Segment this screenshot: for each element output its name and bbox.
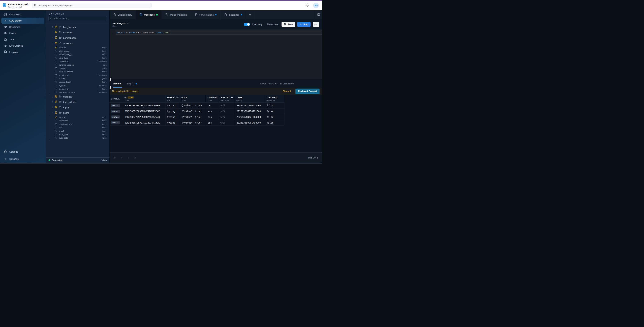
tree-column-updated-at[interactable]: Tupdated_attimestamp <box>50 74 110 77</box>
column-header-thread-id[interactable]: THREAD_IDTEXT <box>166 95 180 103</box>
add-tab-button[interactable] <box>246 11 254 19</box>
table-cell[interactable]: sss <box>206 103 218 109</box>
tree-column-email[interactable]: Temailtext <box>50 129 110 133</box>
tab-conversations[interactable]: conversations <box>191 11 220 19</box>
tree-node-topic-offsets[interactable]: topic_offsets <box>46 100 110 105</box>
table-cell[interactable]: 01KHS807Y9MZESJWN74CB1Z5ZQ <box>123 114 166 120</box>
edit-pencil-icon[interactable] <box>127 21 130 25</box>
table-cell[interactable]: {"value": true} <box>180 103 206 109</box>
tab-results[interactable]: Results <box>113 80 122 88</box>
table-cell[interactable]: 282613021046312960 <box>235 103 265 109</box>
first-page-icon[interactable]: « <box>114 156 116 159</box>
user-avatar[interactable]: AD <box>313 3 319 8</box>
sidebar-item-settings[interactable]: Settings <box>2 149 44 155</box>
discard-button[interactable]: Discard <box>283 90 291 93</box>
tree-column-table-id[interactable]: table_idtext <box>50 46 110 49</box>
column-header--seq[interactable]: _SEQBIGINT <box>235 95 265 103</box>
last-page-icon[interactable]: » <box>134 156 136 159</box>
tree-column-table-comment[interactable]: Ttable_commenttext <box>50 70 110 73</box>
table-cell[interactable]: false <box>265 103 284 109</box>
table-cell[interactable]: sss <box>206 109 218 114</box>
table-cell[interactable]: 282613568981798900 <box>235 120 265 126</box>
table-cell[interactable]: null <box>218 109 235 114</box>
tree-column-username[interactable]: Tusernametext <box>50 119 110 122</box>
table-cell[interactable]: 01KHS807PGQ3RMXVV42W875PXE <box>123 109 166 114</box>
tree-column-is-latest[interactable]: Tis_latestboolean <box>50 84 110 87</box>
tree-column-role[interactable]: Troletext <box>50 126 110 129</box>
sidebar-item-users[interactable]: Users <box>2 30 44 36</box>
review-commit-button[interactable]: Review & Commit <box>296 89 320 94</box>
prev-page-icon[interactable]: ‹ <box>120 156 123 159</box>
table-cell[interactable]: {"value": true} <box>180 109 206 114</box>
editor-resize-handle[interactable] <box>110 78 111 81</box>
tree-column-columns[interactable]: Tcolumnsjson <box>50 67 110 70</box>
results-resize-handle[interactable] <box>110 86 111 89</box>
tab-log[interactable]: Log (3) <box>126 80 137 88</box>
tree-column-user-id[interactable]: user_idtext <box>50 116 110 119</box>
table-cell[interactable]: {"value": true} <box>180 120 206 126</box>
tree-node-topics[interactable]: topics <box>46 105 110 110</box>
tree-column-namespace-id[interactable]: Tnamespace_idtext <box>50 53 110 56</box>
table-cell[interactable]: sss <box>206 114 218 120</box>
sidebar-item-streaming[interactable]: Streaming <box>2 24 44 30</box>
cell-change-badge[interactable]: INITIAL <box>110 120 123 126</box>
table-cell[interactable]: 01KHS8085ESJJ7KV24CJ0P139K <box>123 120 166 126</box>
save-button[interactable]: Save <box>282 22 295 27</box>
tree-node-schemas[interactable]: schemas <box>46 41 110 46</box>
table-cell[interactable]: typing <box>166 120 180 126</box>
tree-node-live-queries[interactable]: live_queries <box>46 24 110 30</box>
explorer-search[interactable] <box>48 16 107 21</box>
sql-code-line[interactable]: SELECT * FROM chat.messages LIMIT 100; <box>116 30 322 35</box>
sidebar-item-dashboard[interactable]: Dashboard <box>2 11 44 18</box>
tree-column-created-at[interactable]: Tcreated_attimestamp <box>50 60 110 63</box>
cell-change-badge[interactable]: INITIAL <box>110 109 123 114</box>
tree-column-options[interactable]: Toptionsjson <box>50 77 110 80</box>
table-cell[interactable]: typing <box>166 114 180 120</box>
sidebar-item-logging[interactable]: Logging <box>2 49 44 55</box>
sql-editor[interactable]: 1 SELECT * FROM chat.messages LIMIT 100; <box>110 29 322 80</box>
tree-column-table-type[interactable]: Ttable_typetext <box>50 56 110 60</box>
table-cell[interactable]: false <box>265 114 284 120</box>
tree-column-auth-data[interactable]: Tauth_datajson <box>50 136 110 140</box>
column-header-role[interactable]: ROLETEXT <box>180 95 206 103</box>
tree-node-namespaces[interactable]: namespaces <box>46 35 110 41</box>
cell-change-badge[interactable]: INITIAL <box>110 103 123 109</box>
more-options-button[interactable]: ••• <box>313 22 319 27</box>
live-query-toggle[interactable] <box>244 23 250 26</box>
column-header-content[interactable]: CONTENTTEXT <box>206 95 218 103</box>
table-cell[interactable]: false <box>265 109 284 114</box>
table-cell[interactable]: 282613566976921600 <box>235 109 265 114</box>
global-search-input[interactable] <box>38 4 150 7</box>
column-header-id[interactable]: IDPKTEXT <box>123 95 166 103</box>
next-page-icon[interactable]: › <box>127 156 130 159</box>
tree-node-storages[interactable]: storages <box>46 94 110 100</box>
tree-column-table-name[interactable]: Ttable_nametext <box>50 49 110 53</box>
table-cell[interactable]: sss <box>206 120 218 126</box>
table-cell[interactable]: null <box>218 103 235 109</box>
table-cell[interactable]: 282613568021303300 <box>235 114 265 120</box>
tree-column-auth-type[interactable]: Tauth_typetext <box>50 133 110 136</box>
tree-column-password-hash[interactable]: Tpassword_hashtext <box>50 122 110 126</box>
explorer-search-input[interactable] <box>54 17 105 20</box>
tree-column-use-user-storage[interactable]: Tuse_user_storageboolean <box>50 91 110 94</box>
table-cell[interactable]: null <box>218 120 235 126</box>
tab-untitled-query[interactable]: Untitled query <box>110 11 136 19</box>
column-header-change[interactable]: CHANGE <box>110 95 123 103</box>
sidebar-item-live-queries[interactable]: Live Queries <box>2 43 44 49</box>
table-cell[interactable]: null <box>218 114 235 120</box>
global-search[interactable] <box>32 3 152 8</box>
table-cell[interactable]: typing <box>166 109 180 114</box>
sidebar-item-sql-studio[interactable]: SQL Studio <box>2 18 44 24</box>
tab-typing-indicators[interactable]: typing_indicators <box>162 11 191 19</box>
stop-button[interactable]: Stop <box>297 22 310 27</box>
table-cell[interactable]: typing <box>166 103 180 109</box>
notifications-bell-icon[interactable] <box>305 4 309 8</box>
tree-column-access-level[interactable]: Taccess_leveltext <box>50 80 110 84</box>
table-cell[interactable]: {"value": true} <box>180 114 206 120</box>
sidebar-item-jobs[interactable]: Jobs <box>2 36 44 43</box>
column-header--deleted[interactable]: _DELETEDBOOLEAN <box>265 95 284 103</box>
table-cell[interactable]: false <box>265 120 284 126</box>
tree-node-users[interactable]: users <box>46 110 110 116</box>
tree-column-schema-version[interactable]: Tschema_versionint <box>50 63 110 67</box>
sidebar-item-collapse[interactable]: Collapse <box>2 156 44 162</box>
